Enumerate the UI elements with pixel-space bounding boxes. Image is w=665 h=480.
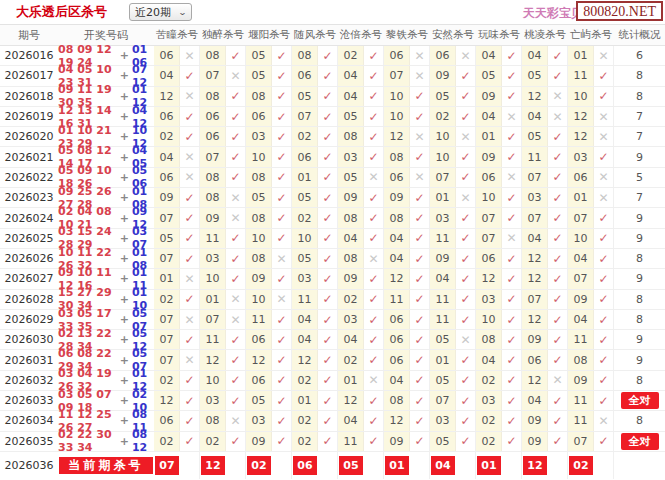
kill-cell: 09✓ (430, 66, 476, 85)
kill-number: 03 (522, 188, 548, 207)
current-kill-wrap: 12 (200, 452, 226, 479)
check-icon: ✓ (594, 249, 614, 268)
kill-number: 04 (338, 330, 364, 349)
kill-cell: 01✓ (476, 127, 522, 146)
kill-cell: 03✓ (568, 147, 614, 166)
kill-number: 10 (430, 127, 456, 146)
kill-number: 02 (292, 411, 318, 430)
current-kill-cell: 01 (476, 452, 522, 479)
kill-cell: 04✓ (568, 310, 614, 329)
kill-number: 11 (522, 147, 548, 166)
cross-icon: ✕ (226, 310, 246, 329)
kill-cell: 08✓ (384, 391, 430, 410)
kill-cell: 10✓ (476, 310, 522, 329)
cross-icon: ✕ (272, 290, 292, 309)
kill-number: 01 (476, 127, 502, 146)
kill-number: 12 (522, 269, 548, 288)
cross-icon: ✕ (226, 411, 246, 430)
stat-count: 9 (636, 232, 643, 245)
kill-cell: 07✓ (292, 107, 338, 126)
check-icon: ✓ (548, 330, 568, 349)
kill-number: 04 (476, 350, 502, 369)
check-icon: ✓ (318, 290, 338, 309)
kill-cell: 06✓ (292, 147, 338, 166)
kill-number: 08 (476, 330, 502, 349)
column-header-expert-9: 桃凌杀号 (522, 28, 568, 42)
kill-cell: 12✕ (568, 127, 614, 146)
kill-number: 03 (430, 411, 456, 430)
kill-cell: 03✓ (200, 249, 246, 268)
kill-cell: 06✓ (200, 107, 246, 126)
kill-number: 01 (568, 46, 594, 65)
kill-cell: 05✓ (154, 229, 200, 248)
kill-cell: 06✓ (154, 411, 200, 430)
stat-cell: 全对 (614, 432, 665, 451)
kill-number: 04 (338, 411, 364, 430)
kill-number: 11 (568, 411, 594, 430)
cross-icon: ✕ (410, 168, 430, 187)
check-icon: ✓ (548, 269, 568, 288)
check-icon: ✓ (548, 46, 568, 65)
kill-cell: 05✓ (522, 66, 568, 85)
issue-cell: 2026031 (0, 350, 58, 369)
plus-sign: + (120, 414, 129, 427)
kill-cell: 07✕ (476, 229, 522, 248)
kill-number: 12 (384, 127, 410, 146)
kill-cell: 04✓ (384, 249, 430, 268)
kill-number: 11 (430, 310, 456, 329)
issue-cell: 2026019 (0, 107, 58, 126)
kill-number: 05 (338, 168, 364, 187)
kill-number: 11 (246, 310, 272, 329)
stat-cell: 8 (614, 87, 665, 106)
kill-cell: 08✓ (568, 350, 614, 369)
kill-number: 08 (200, 46, 226, 65)
kill-cell: 03✓ (522, 188, 568, 207)
kill-cell: 04✓ (476, 46, 522, 65)
kill-number: 06 (154, 46, 180, 65)
kill-cell: 12✕ (384, 127, 430, 146)
kill-cell: 01✕ (200, 290, 246, 309)
stat-count: 9 (636, 212, 643, 225)
kill-number: 05 (154, 229, 180, 248)
current-period-row: 2026036当前期杀号07120206050104011202 (0, 452, 665, 479)
kill-number: 09 (568, 290, 594, 309)
cross-icon: ✕ (548, 371, 568, 390)
kill-number: 07 (200, 66, 226, 85)
check-icon: ✓ (318, 229, 338, 248)
kill-cell: 05✓ (246, 188, 292, 207)
issue-cell: 2026020 (0, 127, 58, 146)
kill-number: 04 (476, 46, 502, 65)
kill-number: 06 (384, 168, 410, 187)
kill-cell: 11✓ (292, 290, 338, 309)
kill-cell: 09✓ (522, 432, 568, 451)
kill-number: 09 (476, 147, 502, 166)
check-icon: ✓ (318, 147, 338, 166)
plus-sign: + (120, 272, 129, 285)
kill-number: 12 (154, 87, 180, 106)
check-icon: ✓ (272, 432, 292, 451)
kill-number: 02 (200, 432, 226, 451)
kill-number: 11 (430, 290, 456, 309)
current-kill-wrap: 01 (384, 452, 410, 479)
kill-number: 07 (384, 66, 410, 85)
kill-cell: 09✓ (476, 87, 522, 106)
current-kill-wrap: 02 (568, 452, 594, 479)
kill-number: 02 (154, 371, 180, 390)
issue-cell: 2026029 (0, 310, 58, 329)
column-header-numbers: 开奖号码 (58, 28, 154, 43)
check-icon: ✓ (272, 46, 292, 65)
plus-sign: + (120, 90, 129, 103)
stat-count: 8 (636, 374, 643, 387)
check-icon: ✓ (456, 249, 476, 268)
check-icon: ✓ (226, 432, 246, 451)
plus-sign: + (120, 354, 129, 367)
kill-number: 02 (338, 290, 364, 309)
kill-cell: 04✓ (522, 46, 568, 65)
kill-cell: 04✕ (522, 107, 568, 126)
period-range-select[interactable]: 近20期 ⌄ (129, 3, 192, 21)
stat-cell: 9 (614, 330, 665, 349)
front-zone-numbers: 02 22 30 33 34 (58, 428, 117, 454)
issue-cell: 2026022 (0, 168, 58, 187)
check-icon: ✓ (502, 46, 522, 65)
check-icon: ✓ (226, 229, 246, 248)
